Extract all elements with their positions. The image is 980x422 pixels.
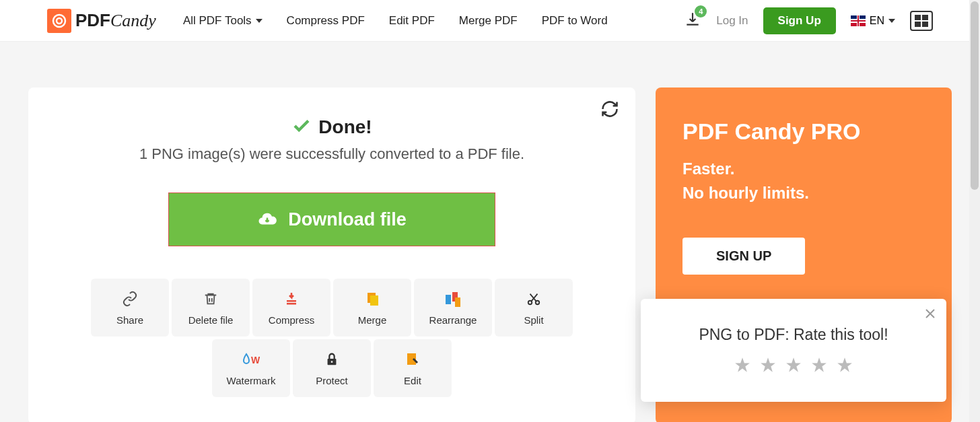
action-label: Compress	[269, 314, 314, 326]
reload-icon	[600, 100, 619, 118]
rate-prompt: PNG to PDF: Rate this tool!	[661, 326, 926, 344]
chevron-down-icon	[256, 19, 262, 23]
svg-text:W: W	[251, 355, 260, 365]
action-label: Delete file	[188, 314, 234, 326]
login-link[interactable]: Log In	[716, 14, 748, 28]
action-delete[interactable]: Delete file	[172, 279, 250, 337]
language-selector[interactable]: EN	[851, 15, 895, 27]
logo-text: PDFCandy	[75, 10, 156, 31]
logo[interactable]: PDFCandy	[47, 9, 156, 33]
action-merge[interactable]: Merge	[333, 279, 411, 337]
action-label: Split	[524, 314, 543, 326]
main-panel: Done! 1 PNG image(s) were successfully c…	[28, 87, 635, 422]
action-share[interactable]: Share	[91, 279, 169, 337]
promo-title: PDF Candy PRO	[682, 118, 925, 145]
star-1[interactable]	[734, 356, 751, 376]
scissors-icon	[526, 290, 541, 308]
signup-button[interactable]: Sign Up	[763, 7, 836, 34]
result-subtitle: 1 PNG image(s) were successfully convert…	[62, 145, 602, 163]
svg-rect-3	[922, 15, 928, 20]
svg-rect-10	[446, 295, 451, 304]
restart-button[interactable]	[600, 100, 619, 121]
download-button-label: Download file	[288, 209, 407, 230]
action-compress[interactable]: Compress	[252, 279, 330, 337]
download-file-button[interactable]: Download file	[168, 192, 495, 246]
svg-rect-9	[370, 295, 378, 306]
nav-compress[interactable]: Compress PDF	[287, 14, 365, 28]
nav-pdf-to-word[interactable]: PDF to Word	[542, 14, 608, 28]
svg-rect-6	[287, 300, 296, 302]
done-row: Done!	[62, 116, 602, 139]
rearrange-icon	[444, 290, 462, 308]
link-icon	[122, 290, 138, 308]
header: PDFCandy All PDF Tools Compress PDF Edit…	[0, 0, 980, 42]
cloud-download-icon	[257, 209, 277, 230]
lang-code: EN	[870, 15, 884, 27]
lock-icon	[324, 351, 339, 368]
action-rearrange[interactable]: Rearrange	[414, 279, 492, 337]
promo-line: Faster.	[682, 157, 925, 181]
windows-icon	[915, 15, 928, 27]
action-grid: Share Delete file Compress Merge Rearran…	[62, 279, 602, 397]
action-split[interactable]: Split	[495, 279, 573, 337]
scrollbar-thumb[interactable]	[971, 1, 979, 190]
nav-edit[interactable]: Edit PDF	[389, 14, 435, 28]
promo-signup-button[interactable]: SIGN UP	[682, 238, 805, 275]
action-label: Edit	[404, 375, 421, 386]
action-protect[interactable]: Protect	[293, 339, 371, 397]
action-label: Watermark	[227, 375, 276, 386]
header-right: 4 Log In Sign Up EN	[684, 7, 933, 34]
star-5[interactable]	[836, 356, 853, 376]
action-edit[interactable]: Edit	[374, 339, 452, 397]
svg-rect-5	[922, 22, 928, 27]
svg-point-17	[331, 361, 333, 363]
svg-point-1	[57, 18, 62, 24]
uk-flag-icon	[851, 15, 866, 26]
svg-rect-2	[915, 15, 921, 20]
compress-icon	[283, 290, 300, 308]
action-label: Protect	[316, 375, 348, 386]
rating-stars	[661, 356, 926, 376]
logo-icon	[47, 9, 71, 33]
chevron-down-icon	[888, 19, 895, 23]
close-button[interactable]	[925, 307, 936, 322]
star-3[interactable]	[785, 356, 802, 376]
downloads-badge: 4	[695, 5, 707, 17]
merge-icon	[364, 290, 380, 308]
svg-rect-12	[455, 297, 460, 307]
action-watermark[interactable]: W Watermark	[212, 339, 290, 397]
nav-merge[interactable]: Merge PDF	[459, 14, 518, 28]
close-icon	[925, 308, 936, 319]
done-heading: Done!	[318, 116, 372, 138]
check-icon	[291, 116, 312, 139]
svg-point-0	[53, 15, 65, 27]
nav: All PDF Tools Compress PDF Edit PDF Merg…	[183, 14, 684, 28]
edit-icon	[405, 351, 421, 368]
trash-icon	[203, 290, 218, 308]
desktop-app-button[interactable]	[910, 11, 933, 31]
vertical-scrollbar[interactable]	[969, 0, 980, 422]
action-label: Rearrange	[429, 314, 477, 326]
downloads-button[interactable]: 4	[684, 11, 701, 31]
svg-rect-4	[915, 22, 921, 27]
watermark-icon: W	[242, 351, 260, 368]
star-2[interactable]	[759, 356, 777, 376]
rate-popup: PNG to PDF: Rate this tool!	[641, 299, 946, 402]
action-label: Share	[116, 314, 143, 326]
promo-line: No hourly limits.	[682, 181, 925, 205]
svg-rect-7	[287, 303, 296, 305]
nav-all-tools[interactable]: All PDF Tools	[183, 14, 262, 28]
star-4[interactable]	[810, 356, 828, 376]
action-label: Merge	[358, 314, 387, 326]
